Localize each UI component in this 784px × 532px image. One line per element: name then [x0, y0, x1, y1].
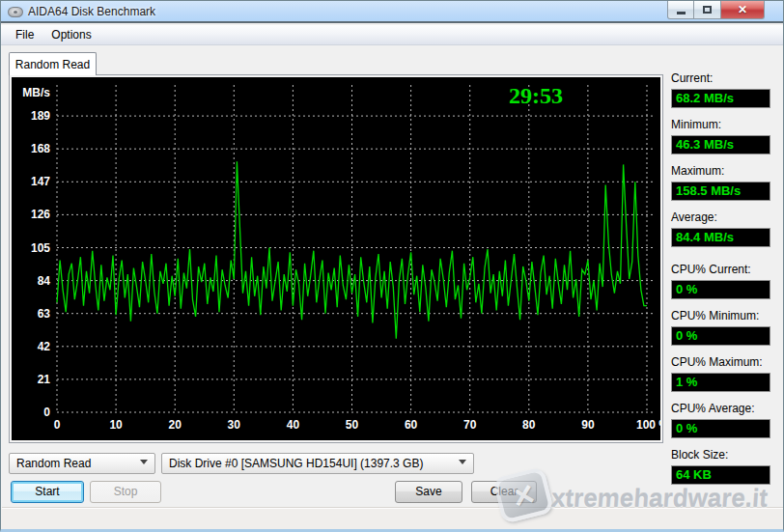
- stat-label: CPU% Average:: [671, 402, 770, 417]
- close-icon: ✕: [738, 3, 747, 16]
- stat-minimum: Minimum: 46.3 MB/s: [671, 118, 770, 154]
- svg-text:42: 42: [38, 340, 51, 353]
- stat-label: CPU% Minimum:: [671, 309, 770, 324]
- disk-drive-select[interactable]: Disk Drive #0 [SAMSUNG HD154UI] (1397.3 …: [161, 453, 474, 474]
- menu-item-options[interactable]: Options: [42, 26, 99, 43]
- stat-maximum: Maximum: 158.5 MB/s: [671, 164, 770, 201]
- stat-cpu-minimum: CPU% Minimum: 0 %: [671, 309, 770, 346]
- benchmark-type-select[interactable]: Random Read: [9, 453, 155, 474]
- benchmark-chart: 189168147126105846342210MB/s010203040506…: [12, 77, 660, 440]
- svg-text:168: 168: [31, 142, 50, 155]
- clear-button[interactable]: Clear: [471, 481, 537, 503]
- stat-label: Maximum:: [671, 164, 770, 180]
- status-strip: [1, 509, 784, 530]
- chart-canvas: 189168147126105846342210MB/s010203040506…: [12, 77, 660, 440]
- stat-label: CPU% Current:: [671, 263, 770, 278]
- window-title: AIDA64 Disk Benchmark: [28, 5, 155, 18]
- elapsed-time: 29:53: [483, 83, 589, 109]
- svg-text:30: 30: [228, 418, 241, 432]
- minimize-button[interactable]: [667, 1, 694, 19]
- chevron-down-icon: [140, 460, 148, 464]
- svg-text:60: 60: [405, 418, 418, 432]
- tab-page: 189168147126105846342210MB/s010203040506…: [9, 74, 663, 443]
- svg-text:63: 63: [38, 307, 51, 321]
- stat-value: 158.5 MB/s: [671, 182, 770, 201]
- chevron-down-icon: [459, 460, 466, 464]
- stat-value: 84.4 MB/s: [671, 228, 770, 247]
- benchmark-type-value: Random Read: [16, 457, 91, 470]
- menu-bar: File Options: [1, 25, 783, 45]
- svg-text:189: 189: [31, 109, 50, 123]
- svg-text:70: 70: [463, 418, 477, 432]
- svg-text:50: 50: [346, 418, 359, 432]
- stat-cpu-current: CPU% Current: 0 %: [671, 263, 770, 299]
- title-bar: AIDA64 Disk Benchmark ✕: [1, 1, 783, 23]
- svg-text:84: 84: [38, 274, 51, 288]
- disk-drive-icon: [8, 7, 23, 17]
- stat-value: 46.3 MB/s: [671, 135, 770, 154]
- stat-current: Current: 68.2 MB/s: [671, 71, 770, 108]
- start-button[interactable]: Start: [11, 481, 84, 503]
- stat-cpu-average: CPU% Average: 0 %: [671, 402, 770, 438]
- app-window: AIDA64 Disk Benchmark ✕ File Options Ran…: [0, 0, 784, 532]
- svg-text:40: 40: [287, 418, 300, 432]
- stat-cpu-maximum: CPU% Maximum: 1 %: [671, 355, 770, 392]
- stat-value: 0 %: [671, 280, 770, 299]
- minimize-icon: [677, 12, 686, 14]
- stat-value: 0 %: [671, 419, 770, 438]
- svg-text:105: 105: [31, 241, 50, 255]
- svg-text:0: 0: [43, 406, 50, 419]
- disk-drive-value: Disk Drive #0 [SAMSUNG HD154UI] (1397.3 …: [169, 457, 423, 470]
- svg-text:126: 126: [31, 208, 50, 221]
- maximize-icon: [703, 6, 712, 14]
- stat-value: 68.2 MB/s: [671, 89, 770, 108]
- svg-text:10: 10: [109, 418, 123, 432]
- tab-random-read[interactable]: Random Read: [9, 52, 97, 75]
- stat-label: Minimum:: [671, 118, 770, 133]
- stat-label: Average:: [671, 210, 770, 226]
- stat-value: 0 %: [671, 326, 770, 346]
- stat-average: Average: 84.4 MB/s: [671, 210, 770, 247]
- maximize-button[interactable]: [694, 1, 721, 19]
- save-button[interactable]: Save: [395, 481, 462, 503]
- svg-text:MB/s: MB/s: [22, 86, 50, 99]
- stat-value: 1 %: [671, 373, 770, 392]
- stat-label: Block Size:: [671, 448, 770, 463]
- svg-text:90: 90: [581, 418, 595, 432]
- svg-text:21: 21: [38, 373, 51, 386]
- close-button[interactable]: ✕: [721, 1, 765, 19]
- menu-item-file[interactable]: File: [7, 26, 42, 43]
- svg-text:20: 20: [169, 418, 182, 432]
- svg-text:80: 80: [522, 418, 536, 432]
- stat-label: CPU% Maximum:: [671, 355, 770, 371]
- stat-block-size: Block Size: 64 KB: [671, 448, 770, 485]
- stat-label: Current:: [671, 71, 770, 87]
- svg-text:0: 0: [54, 418, 61, 432]
- svg-text:100 %: 100 %: [636, 418, 660, 432]
- stop-button[interactable]: Stop: [90, 481, 161, 503]
- stat-value: 64 KB: [671, 465, 770, 485]
- svg-text:147: 147: [31, 175, 50, 188]
- window-controls: ✕: [667, 1, 765, 19]
